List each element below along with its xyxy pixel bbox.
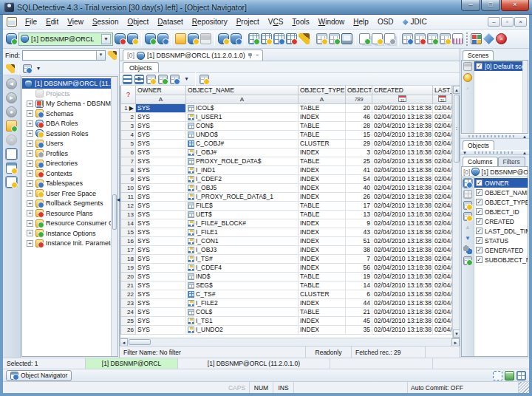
cell-created[interactable]: 02/04/2010 13:18:38: [372, 210, 433, 219]
tree-item-resource-consumer-groups[interactable]: +Resource Consumer Groups: [22, 219, 117, 229]
columns-connection-header[interactable]: [0] [1] DBSNMP@ORCL (: [461, 166, 528, 177]
cell-object-name[interactable]: FILE$: [186, 201, 299, 210]
details-view-icon[interactable]: [6, 148, 17, 160]
resource-plans-icon[interactable]: [35, 209, 44, 217]
tree-scrollbar[interactable]: [111, 77, 117, 356]
cell-object-type[interactable]: TABLE: [299, 130, 346, 139]
cell-object-type[interactable]: CLUSTER: [299, 290, 346, 298]
connection-select[interactable]: [1] DBSNMP@ORCL▼: [18, 33, 113, 46]
cell-object-id[interactable]: 44: [346, 298, 372, 307]
column-header-object_type[interactable]: OBJECT_TYPE: [299, 86, 346, 95]
resize-grip[interactable]: [519, 382, 529, 393]
tab-scenes[interactable]: Scenes: [463, 50, 494, 60]
expand-icon[interactable]: +: [27, 210, 33, 216]
cell-object-type[interactable]: INDEX: [299, 174, 346, 183]
data-duplicator-icon[interactable]: [427, 33, 438, 44]
cell-created[interactable]: 02/04/2010 13:18:38: [372, 316, 433, 325]
cell-last-ddl-time[interactable]: 02/04/2010 13:18:38: [433, 236, 452, 245]
column-checkbox[interactable]: ✓: [476, 228, 482, 234]
tree-item-my-schema-dbsnmp[interactable]: +My Schema - DBSNMP: [22, 99, 117, 109]
cell-object-type[interactable]: INDEX: [299, 148, 346, 157]
cell-object-name[interactable]: PROXY_ROLE_DATA$: [186, 157, 299, 165]
forward-icon[interactable]: ►: [6, 92, 17, 103]
expand-icon[interactable]: +: [27, 240, 33, 247]
grid-view-icon[interactable]: [463, 190, 472, 199]
find-input[interactable]: ▼: [22, 50, 106, 61]
cell-object-id[interactable]: 6: [346, 290, 372, 298]
cell-last-ddl-time[interactable]: 02/04/2010 13:18:38: [433, 192, 452, 201]
cell-created[interactable]: 02/04/2010 13:18:38: [372, 157, 433, 165]
cell-owner[interactable]: SYS: [136, 174, 186, 183]
cell-created[interactable]: 02/04/2010 13:18:38: [372, 148, 433, 157]
plugins-icon[interactable]: [471, 33, 482, 44]
column-checkbox[interactable]: ✓: [476, 189, 482, 196]
connection-document-tab[interactable]: [0] [1] DBSNMP@ORCL (11.2.0.1.0) ×: [123, 50, 263, 61]
row-number[interactable]: 24: [121, 307, 136, 316]
cell-last-ddl-time[interactable]: 02/04/2010 13:18:38: [433, 228, 452, 236]
cell-owner[interactable]: SYS: [136, 245, 186, 254]
select-columns-icon[interactable]: [463, 179, 472, 188]
tree-item-instance-options[interactable]: +Instance Options: [22, 228, 117, 239]
row-number[interactable]: 26: [121, 325, 136, 334]
load-objects-icon[interactable]: [218, 33, 229, 44]
menu-session[interactable]: Session: [88, 18, 123, 26]
row-number[interactable]: 8: [121, 165, 136, 174]
menu-view[interactable]: View: [63, 18, 88, 26]
row-number[interactable]: 17: [121, 245, 136, 254]
database-link-icon[interactable]: [440, 33, 451, 44]
cell-last-ddl-time[interactable]: 02/04/2010 13:18:38: [433, 139, 452, 148]
cell-owner[interactable]: SYS: [136, 121, 186, 130]
cell-owner[interactable]: SYS: [136, 112, 186, 121]
open-file-icon[interactable]: [175, 33, 186, 44]
connection-dropdown-icon[interactable]: ▼: [101, 34, 111, 44]
cell-object-name[interactable]: I_TS#: [186, 254, 299, 263]
expand-icon[interactable]: +: [27, 140, 33, 147]
cell-owner[interactable]: SYS: [136, 130, 186, 139]
splitter-collapse-icon[interactable]: ◄: [115, 197, 121, 203]
cell-object-id[interactable]: 29: [346, 139, 372, 148]
cell-owner[interactable]: SYS: [136, 236, 186, 245]
grid-help-header[interactable]: ?: [121, 86, 136, 103]
tree-item-user-free-space[interactable]: +User Free Space: [22, 188, 117, 199]
menu-jdic[interactable]: JDIC: [398, 18, 432, 26]
fit-to-window-icon[interactable]: [493, 371, 502, 380]
import-data-icon[interactable]: [316, 33, 327, 44]
objects-view-icon[interactable]: [6, 163, 17, 174]
tab-objects-panel[interactable]: Objects: [463, 140, 494, 150]
expand-icon[interactable]: +: [27, 230, 33, 236]
row-number[interactable]: 14: [121, 219, 136, 228]
cell-object-name[interactable]: I_UNDO2: [186, 325, 299, 334]
scene-options-icon[interactable]: [463, 73, 472, 82]
row-number[interactable]: 9: [121, 174, 136, 183]
session-roles-icon[interactable]: [35, 129, 44, 137]
tree-item-session-roles[interactable]: +Session Roles: [22, 129, 117, 139]
cell-object-type[interactable]: INDEX: [299, 254, 346, 263]
cell-object-name[interactable]: UET$: [186, 210, 299, 219]
cell-owner[interactable]: SYS: [136, 183, 186, 192]
cell-owner[interactable]: SYS: [136, 201, 186, 210]
cell-last-ddl-time[interactable]: 02/04/2010 13:18:38: [433, 272, 452, 281]
row-number[interactable]: 10: [121, 183, 136, 192]
tree-item-resource-plans[interactable]: +Resource Plans: [22, 208, 117, 219]
cell-object-type[interactable]: INDEX: [299, 325, 346, 334]
cell-object-type[interactable]: TABLE: [299, 281, 346, 290]
row-number[interactable]: 1 ▶: [121, 103, 136, 112]
row-number[interactable]: 13: [121, 210, 136, 219]
cell-object-name[interactable]: I_OBJ#: [186, 148, 299, 157]
cell-object-name[interactable]: I_TS1: [186, 316, 299, 325]
sql-editor-icon[interactable]: [402, 33, 413, 44]
cell-last-ddl-time[interactable]: 02/04/2010 13:18:38: [433, 245, 452, 254]
cell-object-type[interactable]: INDEX: [299, 112, 346, 121]
cell-created[interactable]: 02/04/2010 13:18:38: [372, 174, 433, 183]
grid-filter-icon[interactable]: [170, 75, 180, 84]
cell-object-id[interactable]: 28: [346, 121, 372, 130]
cell-created[interactable]: 02/04/2010 13:18:38: [372, 121, 433, 130]
cell-last-ddl-time[interactable]: 02/04/2010 13:18:38: [433, 325, 452, 334]
column-header-created[interactable]: CREATED: [372, 86, 433, 95]
up-level-icon[interactable]: [6, 120, 17, 132]
cell-object-id[interactable]: 14: [346, 281, 372, 290]
cell-owner[interactable]: SYS: [136, 139, 186, 148]
cell-object-id[interactable]: 9: [346, 219, 372, 228]
schema-view-icon[interactable]: [6, 177, 17, 188]
splitter-up-icon-2[interactable]: ▲: [522, 151, 527, 155]
